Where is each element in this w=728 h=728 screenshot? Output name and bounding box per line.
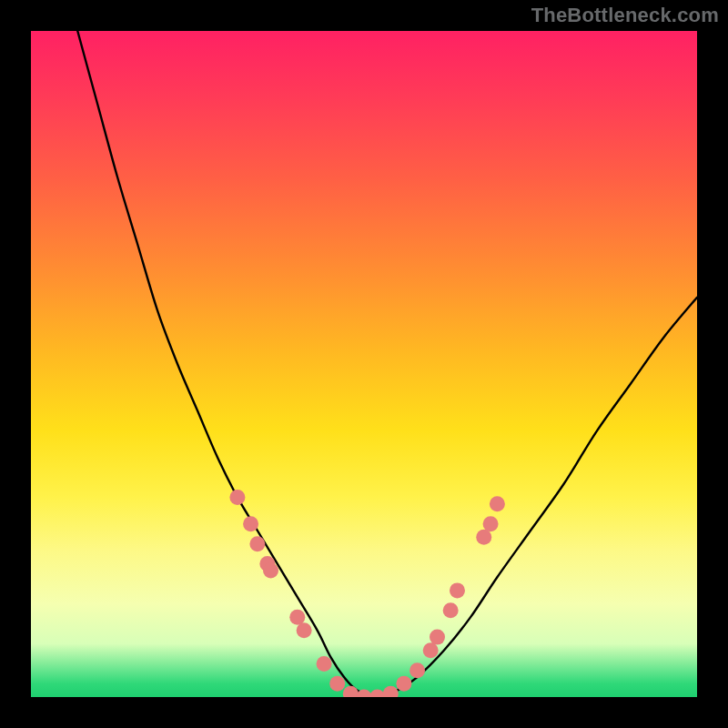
- data-point: [289, 610, 305, 625]
- data-point: [476, 530, 491, 545]
- data-point: [483, 516, 499, 531]
- data-point: [343, 686, 359, 697]
- data-point: [249, 536, 265, 551]
- data-point: [410, 662, 425, 678]
- highlighted-points: [229, 490, 504, 697]
- data-point: [297, 622, 312, 638]
- data-point: [423, 642, 439, 658]
- watermark-text: TheBottleneck.com: [531, 4, 719, 27]
- data-point: [329, 676, 345, 692]
- data-point: [383, 686, 399, 697]
- data-point: [317, 656, 332, 672]
- data-point: [243, 516, 258, 531]
- plot-area: [31, 31, 697, 697]
- data-point: [229, 490, 245, 505]
- bottleneck-curve: [77, 31, 697, 697]
- curve-svg: [31, 31, 697, 697]
- data-point: [396, 676, 411, 692]
- data-point: [430, 630, 445, 645]
- data-point: [490, 496, 505, 511]
- data-point: [450, 582, 465, 598]
- data-point: [369, 690, 385, 698]
- data-point: [263, 562, 278, 578]
- data-point: [443, 602, 459, 618]
- chart-frame: TheBottleneck.com: [0, 0, 728, 728]
